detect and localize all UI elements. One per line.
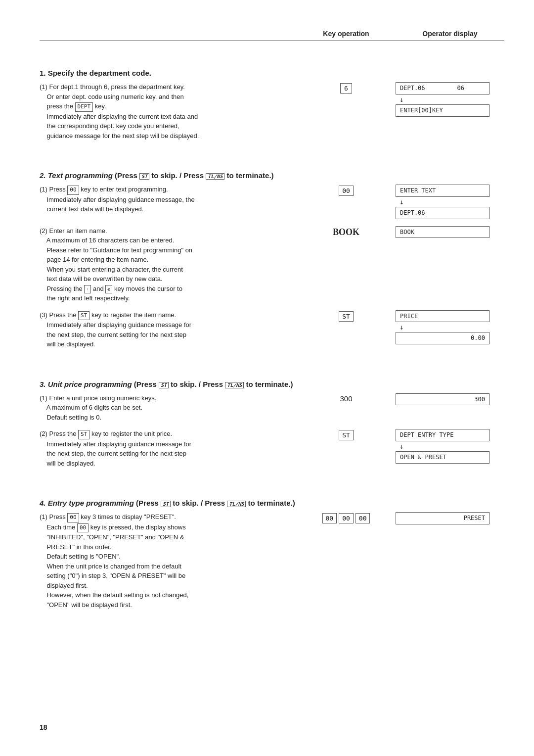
s3-1-row: (1) Enter a unit price using numeric key… [40,393,504,423]
s3-2-key: ST [297,429,396,440]
key-st-s3: ST [339,430,354,440]
header-operator-display: Operator display [396,30,504,38]
s2-1-row: (1) Press 00 key to enter text programmi… [40,185,504,219]
s3-2-instruction: (2) Press the ST key to register the uni… [40,429,297,468]
00-key-s2-1: 00 [67,186,79,195]
section2: 2. Text programming (Press ST to skip. /… [40,162,504,356]
arrow3: ↓ [400,323,403,331]
s2-2-key: BOOK [297,226,396,237]
display-dept-entry-type: DEPT ENTRY TYPE [396,429,490,441]
s2-3-row: (3) Press the ST key to register the ite… [40,310,504,349]
bs-key: ⊗ [105,285,112,293]
s1-1-row: (1) For dept.1 through 6, press the depa… [40,82,504,141]
display-dept06: DEPT.06 06 [396,82,490,94]
s1-1-instruction: (1) For dept.1 through 6, press the depa… [40,82,297,141]
00-key-s4-2: 00 [77,523,89,533]
display-preset: PRESET [396,512,490,524]
page-layout: Key operation Operator display 1. Specif… [40,30,504,621]
section3-title: 3. Unit price programming (Press ST to s… [40,380,504,388]
dept-key-inline: DEPT [75,102,93,112]
section1: 1. Specify the department code. (1) For … [40,60,504,147]
display-price: PRICE [396,310,490,323]
header-row: Key operation Operator display [40,30,504,41]
s2-2-instruction: (2) Enter an item name. A maximum of 16 … [40,226,297,303]
key-00-s2: 00 [339,186,354,196]
st-key-s3-2: ST [78,430,89,439]
st-key-s2-title: ST [139,173,149,180]
st-key-s3-title: ST [159,382,169,388]
s2-2-row: (2) Enter an item name. A maximum of 16 … [40,226,504,303]
s3-2-display: DEPT ENTRY TYPE ↓ OPEN & PRESET [396,429,504,464]
tlns-key-s2-title: TL/NS [206,173,224,180]
s2-1-key: 00 [297,185,396,196]
key-300: 300 [340,394,352,403]
st-key-s4-title: ST [161,501,171,507]
key-6: 6 [340,83,352,94]
key-st-s2: ST [339,311,354,322]
key-00-2: 00 [339,513,354,523]
s3-1-instruction: (1) Enter a unit price using numeric key… [40,393,297,423]
s2-3-display: PRICE ↓ 0.00 [396,310,504,345]
s1-1-display: DEPT.06 06 ↓ ENTER[00]KEY [396,82,504,117]
section3: 3. Unit price programming (Press ST to s… [40,371,504,475]
s2-2-display: BOOK [396,226,504,238]
display-enter-text: ENTER TEXT [396,185,490,197]
s2-1-display: ENTER TEXT ↓ DEPT.06 [396,185,504,219]
s3-1-key: 300 [297,393,396,403]
arrow1: ↓ [400,95,403,103]
s1-1-key: 6 [297,82,396,94]
section4-title: 4. Entry type programming (Press ST to s… [40,499,504,507]
s2-3-instruction: (3) Press the ST key to register the ite… [40,310,297,349]
display-dept06-s2: DEPT.06 [396,207,490,219]
arrow4: ↓ [400,442,403,450]
dot-key: · [84,285,91,293]
s4-1-instruction: (1) Press 00 key 3 times to display "PRE… [40,512,297,610]
key-book: BOOK [333,227,359,237]
s3-1-display: 300 [396,393,504,406]
arrow2: ↓ [400,198,403,206]
key-00-1: 00 [322,513,337,523]
keys-00-triple: 00 00 00 [322,513,370,523]
section1-title: 1. Specify the department code. [40,69,504,77]
st-key-s2-3: ST [78,311,89,321]
display-book: BOOK [396,226,490,238]
s3-2-row: (2) Press the ST key to register the uni… [40,429,504,468]
display-300: 300 [396,393,490,406]
tlns-key-s4-title: TL/NS [227,501,246,507]
s4-1-key: 00 00 00 [297,512,396,523]
s2-1-instruction: (1) Press 00 key to enter text programmi… [40,185,297,214]
section2-title: 2. Text programming (Press ST to skip. /… [40,171,504,180]
page-number: 18 [40,723,47,731]
display-price-val: 0.00 [396,332,490,344]
key-00-3: 00 [356,513,370,523]
section4: 4. Entry type programming (Press ST to s… [40,490,504,616]
s2-3-key: ST [297,310,396,322]
s4-1-row: (1) Press 00 key 3 times to display "PRE… [40,512,504,610]
header-key-operation: Key operation [297,30,396,38]
s4-1-display: PRESET [396,512,504,524]
display-open-preset: OPEN & PRESET [396,451,490,464]
display-enter00key: ENTER[00]KEY [396,104,490,117]
tlns-key-s3-title: TL/NS [225,382,244,388]
00-key-s4: 00 [67,513,79,522]
